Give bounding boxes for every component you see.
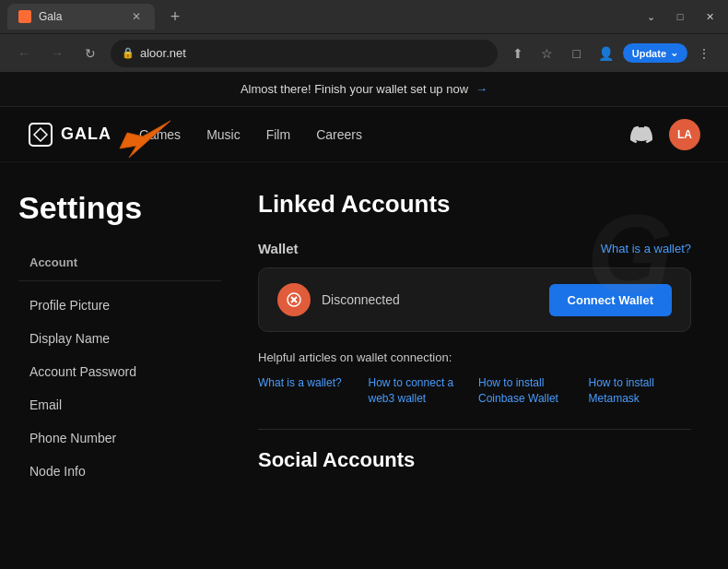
forward-button[interactable]: → bbox=[44, 41, 70, 66]
banner-text: Almost there! Finish your wallet set up … bbox=[241, 82, 468, 96]
what-is-wallet-link[interactable]: What is a wallet? bbox=[601, 242, 691, 255]
sidebar-item-profile-picture[interactable]: Profile Picture bbox=[18, 289, 221, 322]
menu-icon[interactable]: ⋮ bbox=[691, 41, 717, 66]
wallet-header: Wallet What is a wallet? bbox=[258, 241, 691, 256]
toolbar-actions: ⬆ ☆ □ 👤 Update ⌄ ⋮ bbox=[505, 41, 717, 66]
wallet-status-text: Disconnected bbox=[322, 292, 400, 307]
nav-link-music[interactable]: Music bbox=[206, 127, 241, 142]
settings-title: Settings bbox=[18, 190, 221, 226]
profile-icon[interactable]: 👤 bbox=[593, 41, 619, 66]
update-button[interactable]: Update ⌄ bbox=[623, 43, 687, 63]
content-area: Linked Accounts Wallet What is a wallet?… bbox=[240, 162, 728, 531]
discord-icon[interactable] bbox=[628, 122, 654, 148]
browser-titlebar: Gala ✕ + ⌄ □ ✕ bbox=[0, 0, 728, 33]
logo-text: GALA bbox=[61, 124, 112, 144]
logo-icon bbox=[28, 122, 53, 148]
nav-link-film[interactable]: Film bbox=[266, 127, 290, 142]
wallet-left: Disconnected bbox=[277, 283, 400, 316]
linked-accounts-title: Linked Accounts bbox=[258, 190, 691, 219]
svg-rect-0 bbox=[20, 12, 29, 21]
extensions-icon[interactable]: □ bbox=[564, 41, 590, 66]
nav-right: LA bbox=[628, 119, 700, 150]
lock-icon: 🔒 bbox=[122, 47, 135, 59]
sidebar-account-label: Account bbox=[18, 252, 221, 273]
helpful-articles-title: Helpful articles on wallet connection: bbox=[258, 350, 691, 364]
sidebar-item-email[interactable]: Email bbox=[18, 388, 221, 421]
website-content: Almost there! Finish your wallet set up … bbox=[0, 72, 728, 569]
maximize-button[interactable]: □ bbox=[669, 6, 691, 28]
helpful-link-3[interactable]: How to install Metamask bbox=[589, 375, 692, 407]
social-accounts-title: Social Accounts bbox=[258, 448, 691, 472]
sidebar-item-display-name[interactable]: Display Name bbox=[18, 322, 221, 355]
svg-rect-1 bbox=[29, 124, 52, 146]
helpful-links-grid: What is a wallet? How to connect a web3 … bbox=[258, 375, 691, 407]
window-controls: ⌄ □ ✕ bbox=[640, 6, 721, 28]
close-window-button[interactable]: ✕ bbox=[699, 6, 721, 28]
back-button[interactable]: ← bbox=[11, 41, 37, 66]
minimize-button[interactable]: ⌄ bbox=[640, 6, 662, 28]
sidebar-divider-1 bbox=[18, 280, 221, 281]
browser-tab[interactable]: Gala ✕ bbox=[7, 4, 155, 30]
sidebar-item-account-password[interactable]: Account Password bbox=[18, 355, 221, 388]
nav-link-games[interactable]: Games bbox=[139, 127, 181, 142]
main-nav: GALA Games Music Film Careers LA bbox=[0, 107, 728, 162]
wallet-disconnected-icon bbox=[277, 283, 311, 316]
bookmark-icon[interactable]: ☆ bbox=[534, 41, 560, 66]
sidebar-item-phone-number[interactable]: Phone Number bbox=[18, 421, 221, 455]
browser-frame: Gala ✕ + ⌄ □ ✕ ← → ↻ 🔒 aloor.net ⬆ ☆ □ 👤… bbox=[0, 0, 728, 569]
tab-close-button[interactable]: ✕ bbox=[129, 9, 144, 24]
helpful-link-0[interactable]: What is a wallet? bbox=[258, 375, 361, 407]
address-bar[interactable]: 🔒 aloor.net bbox=[111, 40, 498, 67]
helpful-link-1[interactable]: How to connect a web3 wallet bbox=[369, 375, 472, 407]
sidebar: Settings Account Profile Picture Display… bbox=[0, 162, 240, 531]
main-content: G Settings Account Profile Picture Displ… bbox=[0, 162, 728, 531]
user-avatar[interactable]: LA bbox=[669, 119, 700, 150]
wallet-setup-banner[interactable]: Almost there! Finish your wallet set up … bbox=[0, 72, 728, 107]
connect-wallet-button[interactable]: Connect Wallet bbox=[549, 284, 672, 316]
tab-favicon bbox=[18, 10, 31, 23]
section-divider bbox=[258, 429, 691, 430]
new-tab-button[interactable]: + bbox=[162, 4, 188, 30]
tab-title: Gala bbox=[39, 10, 122, 23]
nav-links: Games Music Film Careers bbox=[139, 127, 628, 142]
address-text: aloor.net bbox=[140, 46, 487, 60]
refresh-button[interactable]: ↻ bbox=[77, 41, 103, 66]
share-icon[interactable]: ⬆ bbox=[505, 41, 531, 66]
wallet-label: Wallet bbox=[258, 241, 299, 256]
banner-arrow-icon: → bbox=[476, 82, 487, 96]
nav-link-careers[interactable]: Careers bbox=[316, 127, 362, 142]
update-chevron-icon: ⌄ bbox=[670, 47, 678, 59]
helpful-articles-section: Helpful articles on wallet connection: W… bbox=[258, 350, 691, 407]
helpful-link-2[interactable]: How to install Coinbase Wallet bbox=[478, 375, 581, 407]
logo[interactable]: GALA bbox=[28, 122, 112, 148]
browser-toolbar: ← → ↻ 🔒 aloor.net ⬆ ☆ □ 👤 Update ⌄ ⋮ bbox=[0, 33, 728, 72]
sidebar-item-node-info[interactable]: Node Info bbox=[18, 455, 221, 488]
wallet-card: Disconnected Connect Wallet bbox=[258, 267, 691, 332]
